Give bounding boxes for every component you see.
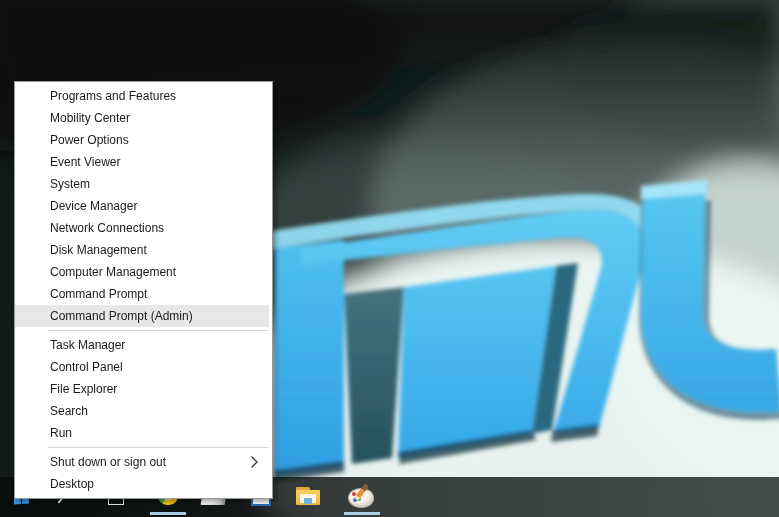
menu-item-search[interactable]: Search <box>15 400 269 422</box>
paint-icon[interactable] <box>348 484 374 508</box>
menu-item-label: Command Prompt (Admin) <box>50 309 193 323</box>
menu-item-label: Event Viewer <box>50 155 120 169</box>
menu-item-label: Command Prompt <box>50 287 147 301</box>
menu-item-desktop[interactable]: Desktop <box>15 473 269 495</box>
menu-item-mobility-center[interactable]: Mobility Center <box>15 107 269 129</box>
file-explorer-icon[interactable] <box>296 486 320 507</box>
running-indicator-paint <box>344 512 380 515</box>
menu-item-label: Power Options <box>50 133 129 147</box>
menu-item-event-viewer[interactable]: Event Viewer <box>15 151 269 173</box>
menu-item-control-panel[interactable]: Control Panel <box>15 356 269 378</box>
menu-item-label: Shut down or sign out <box>50 455 166 469</box>
desktop[interactable]: { "os": "Windows 10", "menu": { "name": … <box>0 0 779 517</box>
menu-item-label: Network Connections <box>50 221 164 235</box>
menu-item-label: Disk Management <box>50 243 147 257</box>
running-indicator-chrome <box>150 512 186 515</box>
menu-item-computer-management[interactable]: Computer Management <box>15 261 269 283</box>
menu-item-label: Mobility Center <box>50 111 130 125</box>
menu-item-label: File Explorer <box>50 382 117 396</box>
menu-item-label: Control Panel <box>50 360 123 374</box>
menu-item-system[interactable]: System <box>15 173 269 195</box>
power-user-menu: Programs and FeaturesMobility CenterPowe… <box>14 81 273 499</box>
menu-item-label: Task Manager <box>50 338 125 352</box>
menu-item-file-explorer[interactable]: File Explorer <box>15 378 269 400</box>
menu-item-label: Programs and Features <box>50 89 176 103</box>
menu-item-power-options[interactable]: Power Options <box>15 129 269 151</box>
menu-item-label: Computer Management <box>50 265 176 279</box>
menu-item-network-connections[interactable]: Network Connections <box>15 217 269 239</box>
submenu-chevron-icon <box>250 455 259 469</box>
menu-item-label: Search <box>50 404 88 418</box>
menu-item-run[interactable]: Run <box>15 422 269 444</box>
menu-item-command-prompt-admin[interactable]: Command Prompt (Admin) <box>15 305 269 327</box>
menu-item-label: Desktop <box>50 477 94 491</box>
menu-item-programs-and-features[interactable]: Programs and Features <box>15 85 269 107</box>
menu-item-shut-down-or-sign-out[interactable]: Shut down or sign out <box>15 451 269 473</box>
menu-separator <box>48 447 268 448</box>
menu-separator <box>48 330 268 331</box>
menu-item-label: Device Manager <box>50 199 137 213</box>
menu-item-device-manager[interactable]: Device Manager <box>15 195 269 217</box>
menu-item-label: Run <box>50 426 72 440</box>
menu-item-task-manager[interactable]: Task Manager <box>15 334 269 356</box>
menu-item-disk-management[interactable]: Disk Management <box>15 239 269 261</box>
menu-item-label: System <box>50 177 90 191</box>
menu-item-command-prompt[interactable]: Command Prompt <box>15 283 269 305</box>
